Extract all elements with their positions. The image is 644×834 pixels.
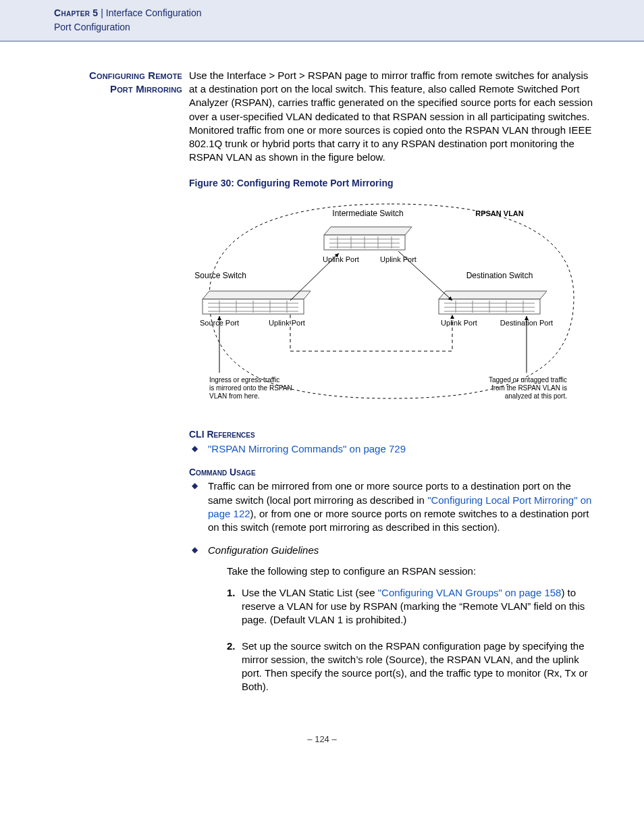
figure-caption: Figure 30: Configuring Remote Port Mirro… xyxy=(189,177,594,190)
command-usage-heading: Command Usage xyxy=(189,466,594,479)
note-left-3: VLAN from here. xyxy=(209,392,259,400)
configuration-guidelines-title: Configuration Guidelines xyxy=(208,544,319,556)
cli-references-heading: CLI References xyxy=(189,428,594,441)
configuration-guidelines-intro: Take the following step to configure an … xyxy=(227,565,594,578)
label-uplink-port-int-left: Uplink Port xyxy=(323,255,359,263)
svg-marker-10 xyxy=(203,291,311,299)
svg-marker-20 xyxy=(439,291,547,299)
note-right-3: analyzed at this port. xyxy=(505,392,567,400)
label-uplink-port-int-right: Uplink Port xyxy=(380,255,417,263)
label-source-switch: Source Switch xyxy=(194,271,246,280)
rspan-commands-link[interactable]: "RSPAN Mirroring Commands" on page 729 xyxy=(208,443,406,454)
svg-marker-0 xyxy=(324,227,412,235)
page-number: – 124 – xyxy=(54,733,590,746)
page-content: Configuring Remote Port Mirroring Use th… xyxy=(0,42,644,745)
step-2-text: Set up the source switch on the RSPAN co… xyxy=(242,640,588,693)
header-line-1: Chapter 5 | Interface Configuration xyxy=(54,7,590,20)
usage-bullet-1-text-b: ), or from one or more source ports on r… xyxy=(208,508,589,533)
label-uplink-port-src: Uplink Port xyxy=(269,319,305,327)
label-rpsan-vlan: RPSAN VLAN xyxy=(475,209,524,217)
header-subtopic: Port Configuration xyxy=(54,21,590,34)
step-2-number: 2. xyxy=(227,640,236,653)
label-destination-switch: Destination Switch xyxy=(466,271,533,280)
usage-bullet-1: Traffic can be mirrored from one or more… xyxy=(189,479,594,534)
header-separator: | xyxy=(98,7,105,18)
step-1-text-a: Use the VLAN Static List (see xyxy=(242,587,378,598)
vlan-groups-link[interactable]: "Configuring VLAN Groups" on page 158 xyxy=(378,587,562,598)
side-heading-line-1: Configuring Remote xyxy=(54,69,182,82)
note-left-2: is mirrored onto the RSPAN xyxy=(209,384,292,392)
usage-bullet-2: Configuration Guidelines Take the follow… xyxy=(189,544,594,694)
header-topic: Interface Configuration xyxy=(106,7,202,18)
step-2: 2. Set up the source switch on the RSPAN… xyxy=(227,640,594,694)
intro-paragraph: Use the Interface > Port > RSPAN page to… xyxy=(189,69,594,165)
rspan-topology-diagram: Intermediate Switch Uplink Port Uplink P… xyxy=(189,196,594,412)
section-side-heading: Configuring Remote Port Mirroring xyxy=(54,69,189,97)
note-right-1: Tagged or untagged traffic xyxy=(489,376,567,384)
note-right-2: from the RSPAN VLAN is xyxy=(491,384,567,392)
svg-line-30 xyxy=(290,253,339,301)
cli-reference-item: "RSPAN Mirroring Commands" on page 729 xyxy=(189,442,594,456)
step-1-number: 1. xyxy=(227,586,236,600)
label-uplink-port-dst: Uplink Port xyxy=(441,319,477,327)
page-header: Chapter 5 | Interface Configuration Port… xyxy=(0,0,644,42)
svg-line-31 xyxy=(398,251,452,301)
side-heading-line-2: Port Mirroring xyxy=(54,82,182,96)
note-left-1: Ingress or egress traffic xyxy=(209,376,279,384)
label-intermediate-switch: Intermediate Switch xyxy=(332,209,403,218)
step-1: 1. Use the VLAN Static List (see "Config… xyxy=(227,586,594,627)
chapter-label: Chapter 5 xyxy=(54,7,98,18)
